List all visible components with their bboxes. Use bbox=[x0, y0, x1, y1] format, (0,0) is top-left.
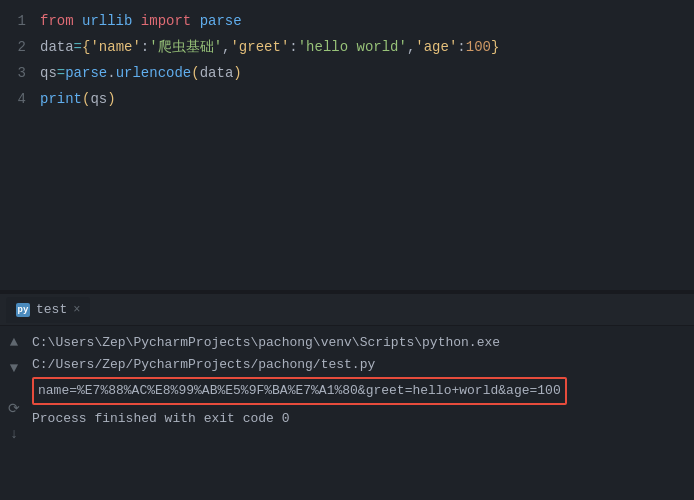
token-kw-str-key: 'name' bbox=[90, 39, 140, 55]
token-kw-func: print bbox=[40, 91, 82, 107]
token-kw-module: urllib bbox=[82, 13, 132, 29]
code-line-3: 3qs=parse.urlencode(data) bbox=[0, 60, 694, 86]
terminal-output-highlighted: name=%E7%88%AC%E8%99%AB%E5%9F%BA%E7%A1%8… bbox=[32, 377, 567, 405]
token-kw-num: 100 bbox=[466, 39, 491, 55]
line-number: 2 bbox=[0, 34, 40, 60]
token-kw-comma: : bbox=[141, 39, 149, 55]
terminal-line: C:/Users/Zep/PycharmProjects/pachong/tes… bbox=[32, 354, 686, 376]
line-content: from urllib import parse bbox=[40, 8, 242, 34]
line-number: 3 bbox=[0, 60, 40, 86]
terminal-panel: py test × ▲ ▼ ⟳ ↓ C:\Users\Zep\PycharmPr… bbox=[0, 294, 694, 500]
terminal-highlighted-output: name=%E7%88%AC%E8%99%AB%E5%9F%BA%E7%A1%8… bbox=[32, 376, 686, 406]
token-kw-dot: . bbox=[107, 65, 115, 81]
terminal-line: Process finished with exit code 0 bbox=[32, 408, 686, 430]
terminal-tab-bar: py test × bbox=[0, 294, 694, 326]
token-kw-var: data bbox=[200, 65, 234, 81]
token-kw-paren: ) bbox=[233, 65, 241, 81]
token-kw-import: import bbox=[132, 13, 199, 29]
token-kw-str-key: 'greet' bbox=[230, 39, 289, 55]
token-kw-brace: } bbox=[491, 39, 499, 55]
code-line-1: 1from urllib import parse bbox=[0, 8, 694, 34]
token-kw-var: qs bbox=[40, 65, 57, 81]
token-kw-eq: = bbox=[57, 65, 65, 81]
terminal-btn-refresh[interactable]: ⟳ bbox=[3, 398, 25, 418]
token-kw-var: data bbox=[40, 39, 74, 55]
terminal-nav-down[interactable]: ▼ bbox=[3, 358, 25, 378]
app-container: 1from urllib import parse2data={'name':'… bbox=[0, 0, 694, 500]
token-kw-str-key: 'age' bbox=[415, 39, 457, 55]
terminal-tab-test[interactable]: py test × bbox=[6, 297, 90, 323]
token-kw-paren: ( bbox=[191, 65, 199, 81]
python-icon: py bbox=[16, 303, 30, 317]
token-kw-from: from bbox=[40, 13, 82, 29]
token-kw-comma: : bbox=[457, 39, 465, 55]
token-kw-eq: = bbox=[74, 39, 82, 55]
token-kw-paren: ) bbox=[107, 91, 115, 107]
token-kw-str-val: '爬虫基础' bbox=[149, 39, 222, 55]
terminal-nav-up[interactable]: ▲ bbox=[3, 332, 25, 352]
token-kw-func: urlencode bbox=[116, 65, 192, 81]
token-kw-var: qs bbox=[90, 91, 107, 107]
code-editor: 1from urllib import parse2data={'name':'… bbox=[0, 0, 694, 290]
tab-close-button[interactable]: × bbox=[73, 303, 80, 317]
token-kw-str-val: 'hello world' bbox=[298, 39, 407, 55]
line-number: 4 bbox=[0, 86, 40, 112]
code-line-2: 2data={'name':'爬虫基础','greet':'hello worl… bbox=[0, 34, 694, 60]
terminal-line: C:\Users\Zep\PycharmProjects\pachong\ven… bbox=[32, 332, 686, 354]
terminal-output: C:\Users\Zep\PycharmProjects\pachong\ven… bbox=[28, 326, 694, 500]
line-number: 1 bbox=[0, 8, 40, 34]
token-kw-func: parse bbox=[65, 65, 107, 81]
line-content: print(qs) bbox=[40, 86, 116, 112]
line-content: qs=parse.urlencode(data) bbox=[40, 60, 242, 86]
code-line-4: 4print(qs) bbox=[0, 86, 694, 112]
token-kw-comma: : bbox=[289, 39, 297, 55]
line-content: data={'name':'爬虫基础','greet':'hello world… bbox=[40, 34, 499, 60]
terminal-btn-download[interactable]: ↓ bbox=[3, 424, 25, 444]
tab-test-label: test bbox=[36, 302, 67, 317]
terminal-line-text: name=%E7%88%AC%E8%99%AB%E5%9F%BA%E7%A1%8… bbox=[38, 383, 561, 398]
token-kw-func: parse bbox=[200, 13, 242, 29]
